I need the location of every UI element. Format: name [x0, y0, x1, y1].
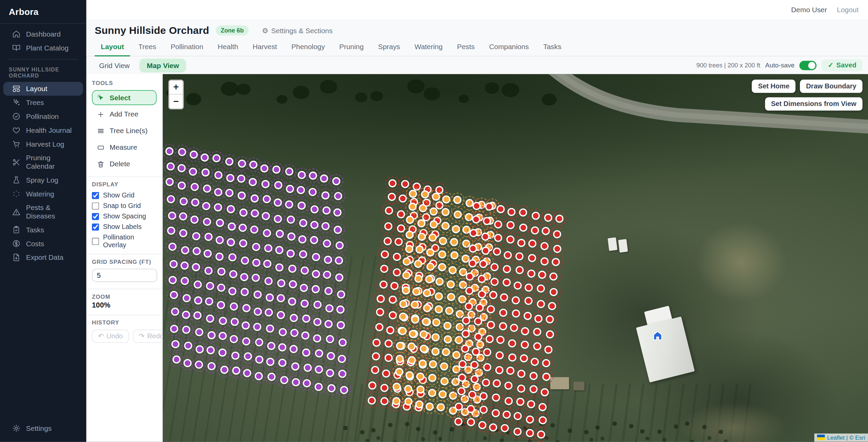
zoom-out-button[interactable]: −: [170, 94, 183, 108]
tab-watering[interactable]: Watering: [409, 39, 449, 56]
grid-spacing-input[interactable]: [92, 269, 157, 282]
sidebar-item-label: Dashboard: [26, 30, 61, 38]
tab-sprays[interactable]: Sprays: [372, 39, 406, 56]
set-dimensions-button[interactable]: Set Dimensions from View: [765, 97, 863, 110]
display-option-show-spacing: Show Spacing: [92, 212, 157, 220]
sidebar-item-label: Tasks: [26, 226, 44, 234]
checkbox-show-grid[interactable]: [92, 192, 99, 199]
tab-companions[interactable]: Companions: [483, 39, 535, 56]
sidebar-item-watering[interactable]: Watering: [3, 187, 83, 201]
map-zoom-control: + −: [168, 80, 184, 109]
measure-icon: [97, 144, 105, 151]
dollar-icon: [12, 239, 20, 248]
circle-check-icon: [12, 112, 20, 120]
tab-pests[interactable]: Pests: [451, 39, 481, 56]
logout-link[interactable]: Logout: [837, 5, 859, 14]
cart-icon: [12, 140, 20, 148]
tree-marker-group-purple-block[interactable]: [163, 144, 351, 397]
sidebar-item-pollination[interactable]: Pollination: [3, 109, 83, 123]
sidebar-item-layout[interactable]: Layout: [3, 82, 83, 96]
sidebar-item-harvest-log[interactable]: Harvest Log: [3, 137, 83, 151]
sidebar-item-plant-catalog[interactable]: Plant Catalog: [3, 41, 83, 55]
view-toolbar: Grid View Map View 900 trees | 200 x 200…: [86, 58, 868, 73]
sidebar-item-costs[interactable]: Costs: [3, 237, 83, 251]
tool-add-tree[interactable]: Add Tree: [92, 107, 157, 122]
topbar: Demo User Logout: [86, 0, 868, 19]
tree-stats-label: 900 trees | 200 x 200 ft: [696, 62, 760, 69]
ukraine-flag-icon: [817, 435, 825, 440]
orchard-map[interactable]: + − Set Home Draw Boundary Set Dimension…: [163, 74, 868, 442]
main-area: Demo User Logout Sunny Hillside Orchard …: [86, 0, 868, 442]
tree-markers-layer[interactable]: [163, 74, 868, 442]
divider: [0, 23, 86, 24]
display-option-snap-to-grid: Snap to Grid: [92, 202, 157, 210]
droplets-icon: [12, 190, 20, 198]
flask-icon: [12, 176, 20, 184]
tools-list: SelectAdd TreeTree Line(s)MeasureDelete: [92, 90, 157, 171]
sidebar-item-pests-diseases[interactable]: Pests & Diseases: [3, 201, 83, 223]
home-location-marker[interactable]: [652, 330, 663, 341]
tab-pruning[interactable]: Pruning: [333, 39, 370, 56]
sidebar-item-label: Pollination: [26, 112, 59, 120]
book-icon: [12, 44, 20, 52]
tab-health[interactable]: Health: [212, 39, 244, 56]
checkbox-pollination-overlay[interactable]: [92, 237, 99, 245]
tree-marker-group-red-block-b[interactable]: [452, 199, 566, 441]
sidebar-item-label: Export Data: [26, 253, 63, 261]
settings-sections-button[interactable]: ⚙ Settings & Sections: [262, 26, 333, 35]
draw-boundary-button[interactable]: Draw Boundary: [800, 80, 862, 93]
sidebar-item-trees[interactable]: Trees: [3, 96, 83, 109]
checkbox-show-spacing[interactable]: [92, 213, 99, 220]
tab-harvest[interactable]: Harvest: [246, 39, 283, 56]
sidebar-item-label: Health Journal: [26, 126, 72, 134]
checkbox-show-labels[interactable]: [92, 223, 99, 230]
tool-delete[interactable]: Delete: [92, 156, 157, 171]
sidebar-main-nav: DashboardPlant Catalog: [0, 27, 86, 55]
checkbox-snap-to-grid[interactable]: [92, 202, 99, 209]
tab-pollination[interactable]: Pollination: [164, 39, 209, 56]
check-icon: ✓: [828, 61, 834, 69]
sidebar-item-health-journal[interactable]: Health Journal: [3, 123, 83, 137]
set-home-button[interactable]: Set Home: [752, 80, 796, 93]
tab-layout[interactable]: Layout: [95, 39, 130, 56]
title-row: Sunny Hillside Orchard Zone 6b ⚙ Setting…: [86, 19, 868, 39]
tab-tasks[interactable]: Tasks: [537, 39, 567, 56]
sparkles-icon: [12, 99, 20, 107]
tool-select[interactable]: Select: [92, 90, 157, 105]
undo-button[interactable]: ↶ Undo: [92, 330, 129, 343]
tab-trees[interactable]: Trees: [132, 39, 162, 56]
app-logo: Arbora: [0, 0, 86, 23]
redo-button[interactable]: ↷ Redo: [133, 330, 163, 343]
display-option-show-grid: Show Grid: [92, 191, 157, 199]
sidebar-orchard-nav: LayoutTreesPollinationHealth JournalHarv…: [0, 82, 86, 265]
saved-status-badge: ✓ Saved: [822, 59, 863, 71]
tab-phenology[interactable]: Phenology: [285, 39, 331, 56]
zone-badge: Zone 6b: [216, 25, 249, 35]
clipboard-icon: [12, 226, 20, 234]
sidebar-item-export-data[interactable]: Export Data: [3, 251, 83, 265]
sidebar-item-spray-log[interactable]: Spray Log: [3, 173, 83, 187]
tree-marker-group-orange-block[interactable]: [390, 187, 499, 420]
grid-view-button[interactable]: Grid View: [95, 59, 134, 72]
layout-icon: [12, 85, 20, 93]
scissors-icon: [12, 158, 20, 166]
heart-icon: [12, 126, 20, 134]
zoom-in-button[interactable]: +: [170, 81, 183, 94]
sidebar-item-dashboard[interactable]: Dashboard: [3, 27, 83, 41]
display-options: Show GridSnap to GridShow SpacingShow La…: [92, 191, 157, 249]
attribution-text[interactable]: Leaflet | © Esri: [827, 434, 865, 441]
autosave-toggle[interactable]: [800, 61, 817, 70]
sidebar-item-settings[interactable]: Settings: [3, 421, 83, 435]
gear-icon: ⚙: [262, 27, 269, 34]
tool-tree-line-s-[interactable]: Tree Line(s): [92, 123, 157, 138]
tool-measure[interactable]: Measure: [92, 140, 157, 155]
page-title: Sunny Hillside Orchard: [95, 24, 209, 37]
sidebar-item-tasks[interactable]: Tasks: [3, 223, 83, 237]
map-view-button[interactable]: Map View: [140, 58, 186, 72]
sidebar-item-pruning-calendar[interactable]: Pruning Calendar: [3, 151, 83, 173]
rows-icon: [97, 127, 105, 135]
sidebar-item-label: Trees: [26, 99, 44, 107]
tab-bar: LayoutTreesPollinationHealthHarvestPheno…: [86, 39, 868, 56]
user-name: Demo User: [791, 5, 827, 14]
sidebar-item-label: Costs: [26, 239, 44, 248]
